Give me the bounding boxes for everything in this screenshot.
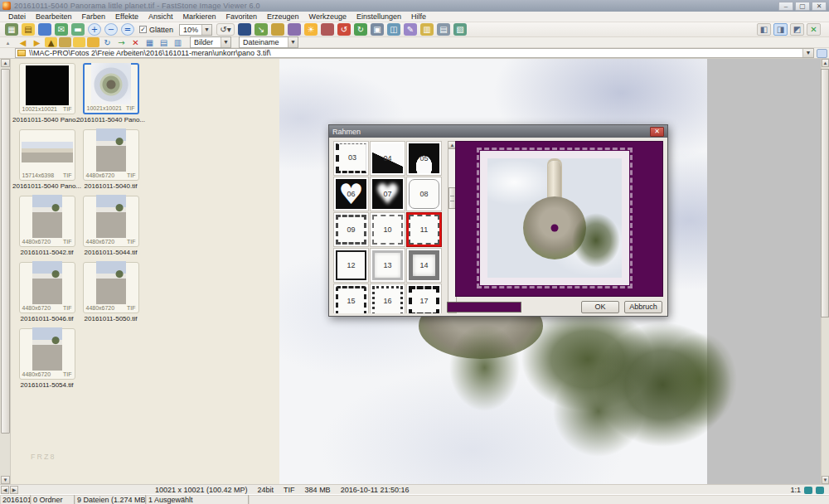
frame-option[interactable]: 12 <box>333 248 369 283</box>
scroll-right-icon[interactable]: ▶ <box>10 486 18 494</box>
photo-browser-icon[interactable]: ▦ <box>5 23 18 36</box>
canvas-scrollbar-thumb[interactable] <box>821 69 829 317</box>
print-icon[interactable]: ▤ <box>437 23 450 36</box>
move-to-icon[interactable]: → <box>115 37 128 47</box>
frame-option[interactable]: 14 <box>406 248 442 283</box>
chevron-down-icon[interactable]: ▼ <box>201 25 211 35</box>
view-fullscreen-icon[interactable]: ✕ <box>807 23 821 36</box>
frame-option[interactable]: 07 <box>370 177 405 211</box>
dialog-title-bar[interactable]: Rahmen ✕ <box>329 125 667 138</box>
folder-favorites-icon[interactable] <box>73 37 85 47</box>
rotate-right-icon[interactable]: ↻ <box>354 23 367 36</box>
chevron-down-icon[interactable]: ▼ <box>221 37 230 47</box>
fit-window-icon[interactable] <box>816 487 824 494</box>
address-browse-button[interactable] <box>817 49 827 58</box>
frame-option[interactable]: 16 <box>370 284 405 313</box>
view-grid-icon[interactable]: ▦ <box>143 37 156 47</box>
frame-option[interactable]: 13 <box>370 248 405 283</box>
slideshow-icon[interactable]: ▬ <box>71 23 85 36</box>
filter-select[interactable]: Bilder ▼ <box>190 36 231 48</box>
thumbnail-card[interactable]: 10021x10021 TIF <box>19 63 75 114</box>
cancel-button[interactable]: Abbruch <box>624 301 662 313</box>
zoom-in-icon[interactable]: + <box>88 23 101 36</box>
collapse-toolbar-button[interactable]: ▴ <box>3 38 12 47</box>
thumbnail-card[interactable]: 4480x6720 TIF <box>19 262 75 313</box>
menu-item[interactable]: Erzeugen <box>262 12 304 21</box>
menu-item[interactable]: Datei <box>3 12 31 21</box>
address-input[interactable]: \\MAC-PRO\Fotos 2\Freie Arbeiten\2016\16… <box>15 48 814 58</box>
resize-icon[interactable]: ↘ <box>255 23 268 36</box>
sort-select[interactable]: Dateiname ▼ <box>239 36 298 48</box>
draw-icon[interactable]: ✎ <box>404 23 417 36</box>
scroll-up-icon[interactable]: ▲ <box>822 59 829 67</box>
adjust-colors-icon[interactable] <box>271 23 284 36</box>
view-details-icon[interactable]: ▥ <box>172 37 184 47</box>
red-eye-icon[interactable] <box>321 23 334 36</box>
frame-option[interactable]: 10 <box>370 212 405 247</box>
thumbnail-scrollbar-thumb[interactable] <box>1 69 10 434</box>
scroll-up-icon[interactable]: ▲ <box>1 59 10 67</box>
thumbnail-card[interactable]: 4480x6720 TIF <box>83 262 139 313</box>
file-tools-icon[interactable]: ▥ <box>420 23 434 36</box>
thumbnail-card[interactable]: 15714x6398 TIF <box>19 129 75 181</box>
scroll-left-icon[interactable]: ◀ <box>1 486 9 494</box>
menu-item[interactable]: Farben <box>77 12 111 21</box>
email-icon[interactable]: ✉ <box>55 23 68 36</box>
frame-option[interactable]: 09 <box>333 212 369 247</box>
frame-option[interactable]: 11 <box>406 212 442 247</box>
smooth-checkbox[interactable]: ✓ Glätten <box>139 26 173 34</box>
thumbnail-card[interactable]: 4480x6720 TIF <box>19 196 75 247</box>
thumbnail-card[interactable]: 4480x6720 TIF <box>83 129 139 181</box>
save-as-icon[interactable] <box>38 23 51 36</box>
ok-button[interactable]: OK <box>581 301 619 313</box>
frame-option[interactable]: 17 <box>406 284 442 313</box>
dialog-close-button[interactable]: ✕ <box>650 127 664 137</box>
folder-up-icon[interactable]: ▲ <box>45 37 57 47</box>
lighting-icon[interactable]: ☀ <box>304 23 318 36</box>
frame-option[interactable]: 03 <box>333 141 369 176</box>
compare-icon[interactable]: ◫ <box>387 23 400 36</box>
frame-icon[interactable]: ▣ <box>371 23 384 36</box>
zoom-out-icon[interactable]: − <box>104 23 118 36</box>
menu-item[interactable]: Ansicht <box>143 12 178 21</box>
frame-option[interactable]: 08 <box>406 177 442 211</box>
frame-option[interactable]: 15 <box>333 284 369 313</box>
folder-tree-icon[interactable] <box>59 37 71 47</box>
forward-icon[interactable]: ▶ <box>31 37 43 47</box>
menu-item[interactable]: Favoriten <box>221 12 262 21</box>
thumbnail-card[interactable]: 10021x10021 TIF <box>83 63 139 114</box>
view-windows-icon[interactable]: ◧ <box>757 23 771 36</box>
view-list-icon[interactable]: ▤ <box>158 37 170 47</box>
maximize-button[interactable]: ▢ <box>795 2 810 11</box>
rotate-left-icon[interactable]: ↺ <box>337 23 351 36</box>
menu-item[interactable]: Effekte <box>110 12 143 21</box>
zoom-100-icon[interactable]: = <box>121 23 134 36</box>
settings-icon[interactable]: ▧ <box>453 23 467 36</box>
delete-icon[interactable]: ✕ <box>129 37 142 47</box>
frame-color-swatch[interactable] <box>447 302 521 313</box>
thumbnail-card[interactable]: 4480x6720 TIF <box>83 196 139 247</box>
frame-option[interactable]: 05 <box>406 141 442 176</box>
address-dropdown-icon[interactable]: ▼ <box>802 49 813 57</box>
menu-item[interactable]: Markieren <box>177 12 221 21</box>
minimize-button[interactable]: – <box>778 2 793 11</box>
menu-item[interactable]: Bearbeiten <box>31 12 77 21</box>
menu-item[interactable]: Hilfe <box>406 12 431 21</box>
menu-item[interactable]: Einstellungen <box>351 12 406 21</box>
folder-open-icon[interactable] <box>87 37 99 47</box>
scroll-down-icon[interactable]: ▼ <box>822 476 829 484</box>
eye-icon[interactable] <box>804 487 812 494</box>
back-icon[interactable]: ◀ <box>17 37 29 47</box>
open-file-icon[interactable]: ▤ <box>22 23 35 36</box>
close-button[interactable]: ✕ <box>812 2 827 11</box>
crop-icon[interactable] <box>238 23 251 36</box>
refresh-icon[interactable]: ↻ <box>101 37 114 47</box>
frame-option[interactable]: 06 <box>333 177 369 211</box>
chevron-down-icon[interactable]: ▼ <box>288 37 298 47</box>
view-thumbnails-icon[interactable]: ◨ <box>773 23 788 36</box>
thumbnail-card[interactable]: 4480x6720 TIF <box>19 328 75 380</box>
clone-stamp-icon[interactable] <box>288 23 301 36</box>
scroll-down-icon[interactable]: ▼ <box>1 476 10 484</box>
frame-option[interactable]: 04 <box>370 141 405 176</box>
zoom-select[interactable]: 10% ▼ <box>179 24 212 36</box>
